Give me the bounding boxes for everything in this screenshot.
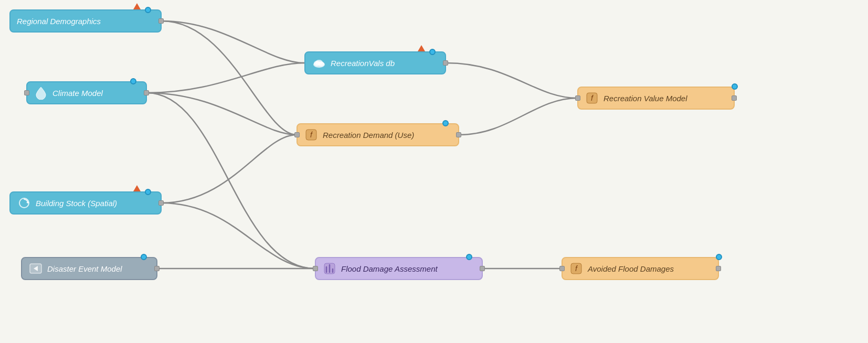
port-disaster-right[interactable] [154, 266, 160, 271]
refresh-icon [17, 196, 31, 210]
badge-circle-recvals [429, 49, 436, 55]
node-building-stock[interactable]: Building Stock (Spatial) [9, 191, 162, 215]
node-regional-demographics[interactable]: Regional Demographics [9, 9, 162, 33]
node-label: Climate Model [52, 89, 103, 98]
node-label: Flood Damage Assessment [341, 264, 438, 273]
port-climate-left[interactable] [24, 90, 29, 95]
badge-circle-disaster [141, 254, 147, 260]
node-flood-damage[interactable]: Flood Damage Assessment [315, 257, 483, 280]
node-climate-model[interactable]: Climate Model [26, 81, 147, 104]
badge-circle-flood [466, 254, 472, 260]
port-recdemand-right[interactable] [456, 132, 461, 137]
port-building-right[interactable] [158, 200, 164, 206]
badge-circle-building [145, 189, 151, 195]
port-flood-left[interactable] [313, 266, 318, 271]
signal-icon [322, 261, 337, 276]
node-label: Recreation Value Model [604, 94, 687, 103]
node-label: RecreationVals db [331, 59, 395, 68]
port-regional-demos-right[interactable] [158, 18, 164, 24]
badge-triangle-regional [133, 3, 141, 9]
function-icon-2: f [585, 91, 599, 105]
node-label: Regional Demographics [17, 17, 101, 26]
port-recvalue-right[interactable] [732, 95, 737, 101]
water-icon [34, 85, 48, 100]
port-flood-right[interactable] [480, 266, 485, 271]
badge-triangle-recvals [418, 45, 425, 51]
node-label: Disaster Event Model [47, 264, 122, 273]
function-icon: f [304, 127, 319, 142]
badge-circle-avoided [716, 254, 722, 260]
node-disaster-event[interactable]: Disaster Event Model [21, 257, 157, 280]
arrow-icon [28, 261, 43, 276]
badge-circle-regional [145, 7, 151, 13]
node-recreation-value-model[interactable]: f Recreation Value Model [577, 87, 735, 110]
port-avoided-left[interactable] [559, 266, 565, 271]
port-recvals-right[interactable] [443, 60, 448, 66]
badge-circle-climate [130, 78, 136, 84]
cloud-icon [312, 56, 326, 70]
node-label: Avoided Flood Damages [588, 264, 674, 273]
node-label: Recreation Demand (Use) [323, 131, 414, 140]
badge-circle-recdemand [442, 120, 449, 126]
node-label: Building Stock (Spatial) [36, 199, 117, 208]
node-avoided-flood[interactable]: f Avoided Flood Damages [562, 257, 719, 280]
port-recdemand-left[interactable] [294, 132, 300, 137]
node-recreation-vals[interactable]: RecreationVals db [304, 51, 446, 74]
badge-triangle-building [133, 185, 141, 191]
svg-point-7 [315, 60, 323, 65]
port-climate-right[interactable] [144, 90, 149, 95]
function-icon-3: f [569, 261, 584, 276]
badge-circle-recvalue [732, 83, 738, 90]
port-avoided-right[interactable] [716, 266, 721, 271]
node-recreation-demand[interactable]: f Recreation Demand (Use) [297, 123, 459, 146]
port-recvalue-left[interactable] [575, 95, 580, 101]
workflow-canvas: Regional Demographics Climate Model Buil… [0, 0, 868, 343]
